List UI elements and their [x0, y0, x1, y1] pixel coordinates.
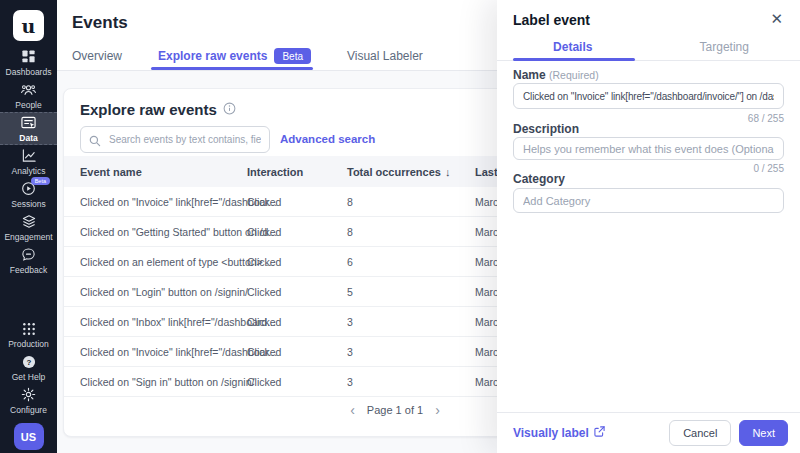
- cell-interaction: Clicked: [247, 376, 281, 388]
- cell-interaction: Clicked: [247, 316, 281, 328]
- cell-event-name: Clicked on an element of type <button> .…: [80, 256, 274, 268]
- dashboards-icon: [21, 49, 36, 65]
- name-label-text: Name: [513, 68, 546, 82]
- panel-tabs: Details Targeting: [497, 36, 800, 61]
- sidebar-item-dashboards[interactable]: Dashboards: [0, 46, 57, 79]
- description-field-label: Description: [513, 122, 579, 136]
- external-link-icon: [594, 426, 605, 440]
- description-field[interactable]: [513, 137, 784, 160]
- sidebar-label: Configure: [10, 405, 47, 415]
- sidebar-item-configure[interactable]: Configure: [0, 384, 57, 417]
- people-icon: [20, 82, 37, 98]
- tab-visual-labeler[interactable]: Visual Labeler: [347, 42, 423, 70]
- data-icon: [20, 115, 37, 131]
- column-last-occurred[interactable]: Last: [475, 166, 498, 178]
- beta-badge: Beta: [274, 48, 311, 64]
- main-tabs: Overview Explore raw events Beta Visual …: [72, 42, 423, 70]
- svg-text:?: ?: [26, 357, 31, 366]
- sidebar-label: Engagement: [4, 232, 52, 242]
- column-total-occurrences[interactable]: Total occurrences↓: [347, 166, 450, 178]
- advanced-search-link[interactable]: Advanced search: [280, 133, 375, 145]
- close-icon[interactable]: ✕: [766, 8, 787, 30]
- page-prev-icon[interactable]: ‹: [350, 403, 355, 417]
- cell-event-name: Clicked on "Login" button on /signin/: [80, 286, 248, 298]
- cell-interaction: Clicked: [247, 286, 281, 298]
- tab-label: Overview: [72, 49, 122, 63]
- sidebar-item-analytics[interactable]: Analytics: [0, 145, 57, 178]
- description-char-counter: 0 / 255: [753, 163, 784, 174]
- panel-footer: Visually label Cancel Next: [497, 412, 800, 453]
- panel-title: Label event: [513, 12, 590, 28]
- sidebar-label: People: [15, 100, 41, 110]
- next-button[interactable]: Next: [739, 420, 788, 446]
- name-field-label: Name (Required): [513, 68, 599, 82]
- sidebar-item-engagement[interactable]: Engagement: [0, 211, 57, 244]
- sessions-beta-badge: Beta: [31, 177, 50, 186]
- cell-interaction: Clicked: [247, 196, 281, 208]
- name-char-counter: 68 / 255: [748, 113, 784, 124]
- gear-icon: [21, 387, 36, 403]
- cell-total: 3: [347, 316, 353, 328]
- sidebar-item-feedback[interactable]: Feedback: [0, 244, 57, 277]
- page-title: Events: [72, 13, 128, 33]
- feedback-icon: [21, 247, 36, 263]
- page-next-icon[interactable]: ›: [435, 403, 440, 417]
- sidebar-label: Analytics: [11, 166, 45, 176]
- tab-overview[interactable]: Overview: [72, 42, 122, 70]
- help-icon: ?: [22, 354, 36, 370]
- category-field-label: Category: [513, 172, 565, 186]
- required-hint: (Required): [549, 69, 599, 81]
- label-event-panel: Label event ✕ Details Targeting Name (Re…: [497, 0, 800, 453]
- cell-interaction: Clicked: [247, 226, 281, 238]
- tab-explore-raw-events[interactable]: Explore raw events Beta: [158, 42, 311, 70]
- cell-total: 5: [347, 286, 353, 298]
- category-field[interactable]: [513, 188, 784, 213]
- visually-label-link[interactable]: Visually label: [513, 426, 605, 440]
- sidebar-label: Production: [8, 339, 49, 349]
- cell-interaction: Clicked: [247, 256, 281, 268]
- sidebar-label: Data: [19, 133, 37, 143]
- user-avatar[interactable]: US: [14, 423, 44, 450]
- cancel-button[interactable]: Cancel: [669, 420, 731, 446]
- sidebar-item-sessions[interactable]: Beta Sessions: [0, 178, 57, 211]
- production-icon: [22, 321, 36, 337]
- sidebar-nav: Dashboards People Data Analytics: [0, 46, 57, 277]
- analytics-icon: [21, 148, 37, 164]
- sidebar: u Dashboards People Data: [0, 0, 57, 453]
- cell-total: 8: [347, 226, 353, 238]
- sidebar-bottom-nav: Production ? Get Help Configure US: [0, 318, 57, 450]
- tab-details[interactable]: Details: [497, 36, 649, 60]
- tab-label: Visual Labeler: [347, 49, 423, 63]
- sort-desc-icon[interactable]: ↓: [445, 166, 451, 178]
- cell-total: 6: [347, 256, 353, 268]
- name-field[interactable]: [513, 83, 784, 109]
- sidebar-item-production[interactable]: Production: [0, 318, 57, 351]
- sessions-icon: Beta: [21, 181, 36, 197]
- card-title: Explore raw events: [80, 101, 217, 118]
- tab-targeting[interactable]: Targeting: [649, 36, 800, 60]
- engagement-icon: [21, 214, 37, 230]
- column-interaction[interactable]: Interaction: [247, 166, 303, 178]
- visually-label-text: Visually label: [513, 426, 589, 440]
- sidebar-label: Get Help: [12, 372, 46, 382]
- sidebar-item-get-help[interactable]: ? Get Help: [0, 351, 57, 384]
- sidebar-label: Sessions: [11, 199, 46, 209]
- cell-total: 3: [347, 346, 353, 358]
- search-input[interactable]: [80, 126, 270, 153]
- column-label: Total occurrences: [347, 166, 441, 178]
- info-icon[interactable]: [223, 101, 236, 118]
- sidebar-item-data[interactable]: Data: [0, 112, 57, 145]
- sidebar-label: Dashboards: [6, 67, 52, 77]
- card-heading: Explore raw events: [80, 101, 236, 118]
- page-label: Page 1 of 1: [367, 404, 423, 416]
- cell-total: 8: [347, 196, 353, 208]
- sidebar-label: Feedback: [10, 265, 47, 275]
- cell-interaction: Clicked: [247, 346, 281, 358]
- app-window: u Dashboards People Data: [0, 0, 800, 453]
- userpilot-logo[interactable]: u: [13, 10, 44, 41]
- cell-total: 3: [347, 376, 353, 388]
- tab-label: Explore raw events: [158, 49, 267, 63]
- sidebar-item-people[interactable]: People: [0, 79, 57, 112]
- column-event-name[interactable]: Event name: [80, 166, 142, 178]
- cell-event-name: Clicked on "Sign in" button on /signin/: [80, 376, 254, 388]
